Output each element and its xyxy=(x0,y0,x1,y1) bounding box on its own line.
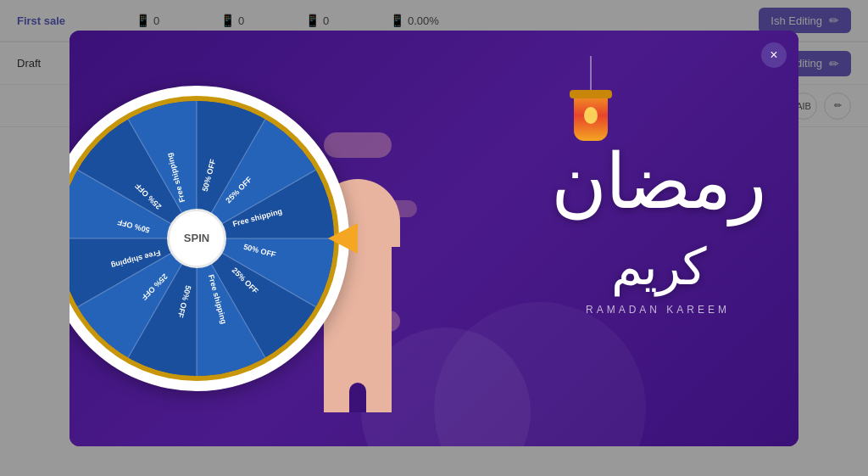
tower-door xyxy=(349,383,366,412)
lantern-glow xyxy=(584,107,598,124)
lantern xyxy=(570,56,612,141)
wheel-arrow-pointer xyxy=(328,223,358,254)
modal-close-button[interactable]: × xyxy=(761,42,787,68)
wheel-inner: 50% OFF 25% OFF Free shipping 50% OFF 25… xyxy=(70,101,334,376)
lantern-string xyxy=(590,56,592,90)
modal-dialog: رمضانكريم RAMADAN KAREEM × xyxy=(70,31,798,446)
ramadan-subtitle: RAMADAN KAREEM xyxy=(551,303,765,315)
wheel-outer-ring: 50% OFF 25% OFF Free shipping 50% OFF 25… xyxy=(70,86,349,391)
lantern-body xyxy=(574,90,608,141)
modal-overlay: رمضانكريم RAMADAN KAREEM × xyxy=(0,0,868,476)
wheel-gold-ring: 50% OFF 25% OFF Free shipping 50% OFF 25… xyxy=(70,96,339,381)
spin-wheel-container: 50% OFF 25% OFF Free shipping 50% OFF 25… xyxy=(70,86,349,391)
close-icon: × xyxy=(770,48,777,63)
spin-button[interactable]: SPIN xyxy=(167,209,226,268)
spin-label: SPIN xyxy=(184,232,209,244)
ramadan-text-container: رمضانكريم RAMADAN KAREEM xyxy=(551,143,765,315)
arabic-text: رمضانكريم xyxy=(551,143,765,296)
